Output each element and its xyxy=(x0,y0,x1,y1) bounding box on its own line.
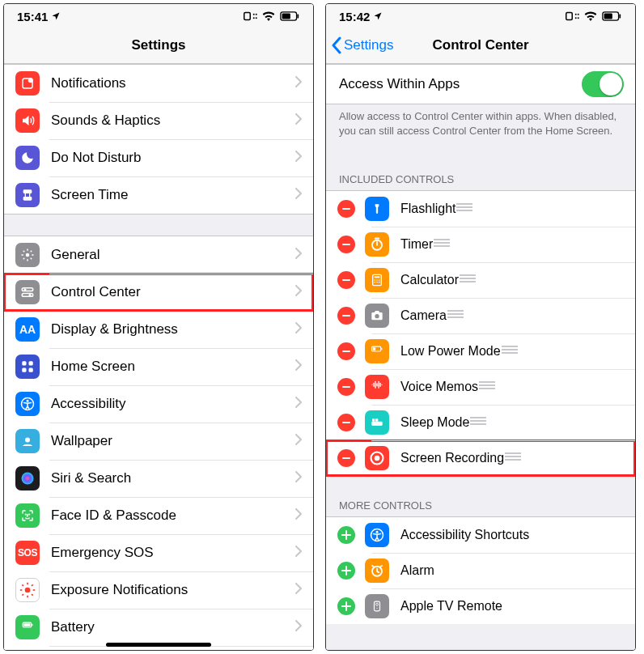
back-label: Settings xyxy=(344,37,393,53)
remove-button[interactable] xyxy=(337,200,355,218)
remove-button[interactable] xyxy=(337,342,355,360)
svg-point-22 xyxy=(27,400,29,402)
do-not-disturb-icon xyxy=(15,146,40,170)
siri-icon xyxy=(15,466,40,491)
svg-rect-39 xyxy=(566,12,573,19)
svg-rect-85 xyxy=(371,422,382,426)
settings-row[interactable]: General xyxy=(4,236,313,274)
svg-point-42 xyxy=(575,17,577,19)
control-row[interactable]: Voice Memos xyxy=(326,369,635,405)
back-button[interactable]: Settings xyxy=(331,36,393,54)
svg-line-35 xyxy=(22,594,23,596)
drag-handle-icon[interactable] xyxy=(504,451,522,465)
settings-row-label: Emergency SOS xyxy=(51,545,295,561)
home-indicator[interactable] xyxy=(106,643,211,647)
settings-row-label: Siri & Search xyxy=(51,470,295,486)
dual-sim-icon xyxy=(566,10,580,23)
battery-icon xyxy=(601,10,622,23)
settings-row[interactable]: Do Not Disturb xyxy=(4,139,313,176)
settings-row[interactable]: SOSEmergency SOS xyxy=(4,534,313,571)
nav-bar: Settings xyxy=(4,28,313,64)
add-button[interactable] xyxy=(337,526,355,544)
control-center-content[interactable]: Access Within Apps Allow access to Contr… xyxy=(326,64,635,650)
svg-point-56 xyxy=(375,279,376,281)
drag-handle-icon[interactable] xyxy=(459,273,477,287)
control-label: Low Power Mode xyxy=(400,344,501,359)
remove-button[interactable] xyxy=(337,449,355,467)
control-row[interactable]: Apple TV Remote xyxy=(326,588,635,624)
chevron-right-icon xyxy=(295,76,302,91)
settings-row[interactable]: Control Center xyxy=(4,274,313,311)
drag-handle-icon[interactable] xyxy=(469,415,487,430)
settings-row[interactable]: Battery xyxy=(4,609,313,646)
control-row[interactable]: Accessibility Shortcuts xyxy=(326,517,635,553)
battery-icon xyxy=(279,10,300,23)
drag-handle-icon[interactable] xyxy=(478,380,496,394)
face-id-icon xyxy=(15,503,40,528)
svg-rect-55 xyxy=(375,276,380,278)
settings-list[interactable]: NotificationsSounds & HapticsDo Not Dist… xyxy=(4,64,313,650)
included-header: INCLUDED CONTROLS xyxy=(326,162,635,190)
drag-handle-icon[interactable] xyxy=(447,308,464,323)
svg-point-14 xyxy=(24,288,27,291)
control-row[interactable]: Alarm xyxy=(326,553,635,588)
drag-handle-icon[interactable] xyxy=(433,237,451,252)
settings-row[interactable]: Sounds & Haptics xyxy=(4,102,313,139)
apple-tv-icon xyxy=(365,594,389,618)
svg-point-61 xyxy=(379,282,380,283)
control-label: Voice Memos xyxy=(400,380,478,394)
control-row[interactable]: Low Power Mode xyxy=(326,333,635,369)
settings-row[interactable]: Wallpaper xyxy=(4,423,313,460)
remove-button[interactable] xyxy=(337,378,355,396)
settings-row[interactable]: Notifications xyxy=(4,65,313,102)
drag-handle-icon[interactable] xyxy=(455,202,473,216)
remove-button[interactable] xyxy=(337,307,355,325)
svg-rect-71 xyxy=(381,348,382,350)
svg-rect-20 xyxy=(29,368,33,372)
access-within-apps-row[interactable]: Access Within Apps xyxy=(326,65,635,104)
settings-row[interactable]: Home Screen xyxy=(4,348,313,385)
access-toggle[interactable] xyxy=(582,71,624,97)
settings-row-label: Do Not Disturb xyxy=(51,150,295,166)
home-screen-icon xyxy=(15,355,40,379)
battery-icon xyxy=(15,615,40,639)
remove-button[interactable] xyxy=(337,271,355,289)
control-label: Sleep Mode xyxy=(400,415,469,430)
access-label: Access Within Apps xyxy=(339,76,582,92)
svg-rect-10 xyxy=(23,189,32,193)
svg-point-1 xyxy=(253,13,255,15)
low-power-icon xyxy=(365,339,389,363)
svg-point-27 xyxy=(25,588,31,593)
settings-row[interactable]: Screen Time xyxy=(4,176,313,214)
svg-point-24 xyxy=(22,473,34,485)
control-row[interactable]: Flashlight xyxy=(326,191,635,227)
svg-rect-45 xyxy=(604,13,612,19)
settings-row[interactable]: Accessibility xyxy=(4,385,313,423)
settings-row[interactable]: Siri & Search xyxy=(4,460,313,497)
svg-rect-7 xyxy=(297,14,299,18)
wifi-icon xyxy=(584,10,597,23)
control-row[interactable]: Camera xyxy=(326,298,635,333)
settings-row[interactable]: Exposure Notifications xyxy=(4,571,313,609)
remove-button[interactable] xyxy=(337,236,355,253)
sleep-mode-icon xyxy=(365,410,389,435)
svg-point-99 xyxy=(376,531,379,533)
settings-row[interactable]: Face ID & Passcode xyxy=(4,497,313,534)
sounds-icon xyxy=(15,108,40,133)
control-row[interactable]: Screen Recording xyxy=(326,440,635,476)
svg-point-59 xyxy=(375,282,376,283)
add-button[interactable] xyxy=(337,597,355,615)
remove-button[interactable] xyxy=(337,414,355,431)
svg-rect-17 xyxy=(22,361,26,365)
control-row[interactable]: Timer xyxy=(326,227,635,262)
drag-handle-icon[interactable] xyxy=(501,344,519,359)
svg-rect-11 xyxy=(23,197,32,201)
control-label: Accessibility Shortcuts xyxy=(400,528,529,542)
control-row[interactable]: Sleep Mode xyxy=(326,405,635,440)
page-title: Settings xyxy=(14,37,303,53)
alarm-icon xyxy=(365,558,389,583)
settings-row[interactable]: AADisplay & Brightness xyxy=(4,311,313,348)
control-row[interactable]: Calculator xyxy=(326,262,635,298)
add-button[interactable] xyxy=(337,562,355,580)
svg-point-58 xyxy=(379,279,380,281)
